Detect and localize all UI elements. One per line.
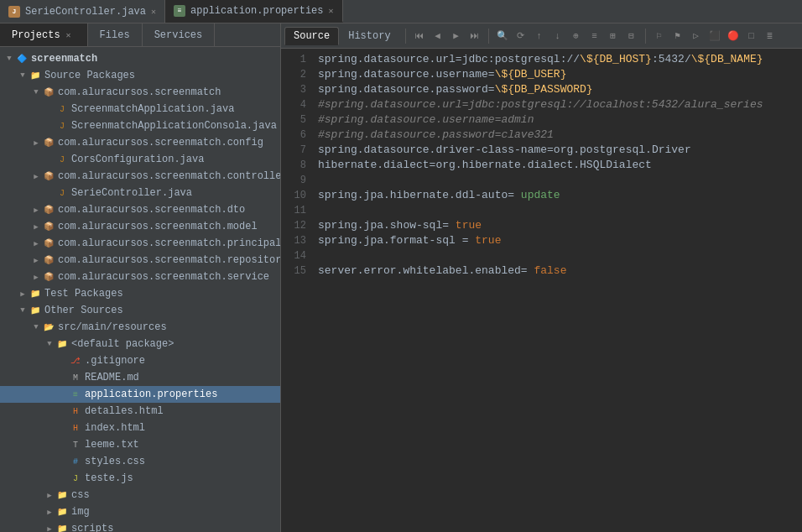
tree-item[interactable]: 📁scripts [0,520,280,532]
tree-arrow-icon[interactable] [57,355,69,367]
project-tree[interactable]: 🔷screenmatch📁Source Packages📦com.aluracu… [0,47,280,532]
tree-arrow-icon[interactable] [57,456,69,467]
close-seriecontroller-icon[interactable]: ✕ [151,7,156,17]
toolbar-btn-8[interactable]: ↓ [549,28,566,44]
toolbar-btn-5[interactable]: 🔍 [494,28,511,44]
source-tab[interactable]: Source [284,27,339,45]
line-content[interactable]: #spring.datasource.username=admin [315,112,534,128]
tree-item[interactable]: 📁css [0,487,280,503]
tree-arrow-icon[interactable] [44,523,55,532]
tree-item[interactable]: 📁Test Packages [0,285,280,302]
tree-arrow-icon[interactable] [44,154,55,165]
tree-arrow-icon[interactable] [30,271,42,283]
tree-arrow-icon[interactable] [57,472,69,484]
tree-item[interactable]: 📁<default package> [0,336,280,352]
tree-item[interactable]: #styles.css [0,453,280,470]
toolbar-btn-7[interactable]: ↑ [531,28,548,44]
history-tab[interactable]: History [339,27,399,45]
tree-item[interactable]: JCorsConfiguration.java [0,151,280,168]
line-content[interactable]: spring.jpa.show-sql= true [315,218,482,233]
toolbar-btn-3[interactable]: ▶ [448,28,465,44]
tree-item[interactable]: 📦com.aluracursos.screenmatch.config [0,134,280,151]
tree-arrow-icon[interactable] [57,389,69,400]
tree-arrow-icon[interactable] [30,137,42,149]
tree-arrow-icon[interactable] [30,170,42,182]
tree-item[interactable]: JSerieController.java [0,185,280,201]
toolbar-btn-2[interactable]: ◀ [430,28,446,44]
line-content[interactable]: server.error.whitelabel.enabled= false [315,263,566,279]
tree-item[interactable]: Jteste.js [0,470,280,487]
line-content[interactable]: #spring.datasource.password=clave321 [315,128,554,143]
tree-arrow-icon[interactable] [30,86,42,98]
sidebar-tab-projects[interactable]: Projects ✕ [0,23,88,46]
code-editor[interactable]: 1spring.datasource.url=jdbc:postgresql:/… [281,49,802,532]
toolbar-btn-18[interactable]: □ [743,28,760,44]
toolbar-btn-1[interactable]: ⏮ [411,28,428,44]
toolbar-btn-6[interactable]: ⟳ [513,28,529,44]
tree-arrow-icon[interactable] [30,237,42,249]
tree-arrow-icon[interactable] [57,405,69,417]
tree-arrow-icon[interactable] [30,321,42,333]
close-application-properties-icon[interactable]: ✕ [329,6,334,16]
tree-item[interactable]: 📁img [0,503,280,520]
tree-arrow-icon[interactable] [57,372,69,383]
toolbar-btn-4[interactable]: ⏭ [466,28,483,44]
tree-arrow-icon[interactable] [57,422,69,434]
tree-arrow-icon[interactable] [44,103,55,115]
tree-item[interactable]: 📁Other Sources [0,302,280,319]
tree-item[interactable]: 📦com.aluracursos.screenmatch.dto [0,201,280,218]
tree-arrow-icon[interactable] [44,489,55,501]
tree-item[interactable]: 📦com.aluracursos.screenmatch.model [0,218,280,235]
tree-arrow-icon[interactable] [44,506,55,518]
tree-item[interactable]: 📦com.aluracursos.screenmatch [0,84,280,101]
tree-arrow-icon[interactable] [30,204,42,216]
tree-item[interactable]: 📁Source Packages [0,67,280,84]
sidebar-tab-files[interactable]: Files [88,23,143,46]
line-content[interactable]: spring.datasource.username=\${DB_USER} [315,67,566,82]
tree-item[interactable]: Hdetalles.html [0,403,280,420]
toolbar-btn-13[interactable]: ⚐ [651,28,668,44]
tree-arrow-icon[interactable] [44,187,55,199]
toolbar-btn-12[interactable]: ⊟ [623,28,640,44]
tree-item[interactable]: JScreenmatchApplication.java [0,101,280,117]
toolbar-btn-9[interactable]: ⊕ [568,28,585,44]
tree-item[interactable]: Hindex.html [0,420,280,436]
tree-item[interactable]: 📦com.aluracursos.screenmatch.controller [0,168,280,185]
tree-item[interactable]: 📂src/main/resources [0,319,280,336]
line-content[interactable]: spring.jpa.format-sql = true [315,233,501,248]
toolbar-btn-10[interactable]: ≡ [586,28,603,44]
toolbar-btn-15[interactable]: ▷ [688,28,705,44]
tree-item[interactable]: 📦com.aluracursos.screenmatch.repositor [0,252,280,269]
tree-arrow-icon[interactable] [44,120,55,132]
tree-item[interactable]: ⎇.gitignore [0,352,280,369]
tree-arrow-icon[interactable] [3,53,15,65]
line-content[interactable]: spring.datasource.password=\${DB_PASSWOR… [315,82,593,97]
toolbar-btn-17[interactable]: 🔴 [725,28,742,44]
line-content[interactable]: spring.jpa.hibernate.ddl-auto= update [315,188,560,203]
tree-item[interactable]: MREADME.md [0,369,280,386]
sidebar-tab-services[interactable]: Services [143,23,216,46]
toolbar-btn-16[interactable]: ⬛ [706,28,723,44]
toolbar-btn-14[interactable]: ⚑ [669,28,686,44]
tree-item[interactable]: 🔷screenmatch [0,50,280,67]
tree-item[interactable]: Tleeme.txt [0,436,280,453]
tab-seriecontroller[interactable]: J SerieController.java ✕ [0,0,165,23]
toolbar-btn-19[interactable]: ≣ [762,28,779,44]
line-content[interactable]: hibernate.dialect=org.hibernate.dialect.… [315,158,652,173]
line-content[interactable]: spring.datasource.driver-class-name=org.… [315,143,691,158]
tree-arrow-icon[interactable] [57,439,69,451]
tree-arrow-icon[interactable] [44,338,55,350]
tree-arrow-icon[interactable] [30,221,42,232]
line-content[interactable]: spring.datasource.url=jdbc:postgresql://… [315,52,763,67]
tree-arrow-icon[interactable] [17,288,29,300]
tab-application-properties[interactable]: ≡ application.properties ✕ [165,0,342,23]
line-content[interactable]: #spring.datasource.url=jdbc:postgresql:/… [315,97,763,112]
sidebar-tab-projects-close[interactable]: ✕ [62,29,76,42]
tree-arrow-icon[interactable] [17,305,29,316]
tree-item[interactable]: JScreenmatchApplicationConsola.java [0,117,280,134]
tree-item[interactable]: 📦com.aluracursos.screenmatch.service [0,269,280,285]
tree-item[interactable]: 📦com.aluracursos.screenmatch.principal [0,235,280,252]
tree-arrow-icon[interactable] [30,254,42,266]
tree-item[interactable]: ≡application.properties [0,386,280,403]
toolbar-btn-11[interactable]: ⊞ [605,28,622,44]
